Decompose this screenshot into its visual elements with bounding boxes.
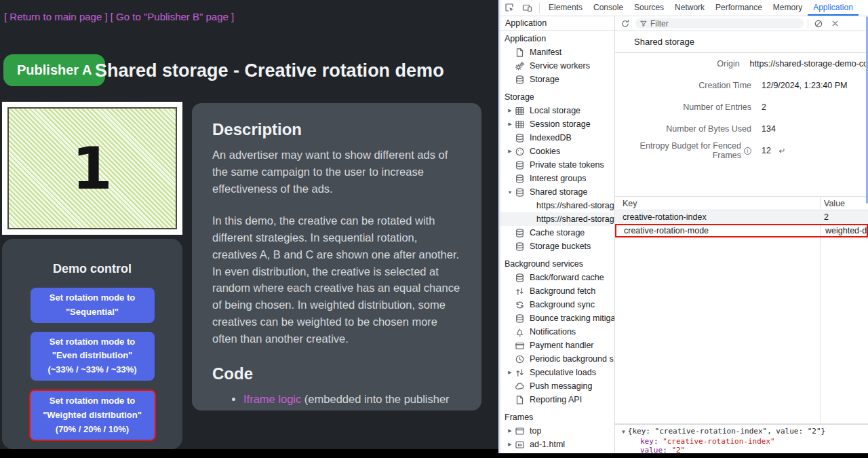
database-icon — [515, 242, 525, 252]
database-icon — [515, 313, 525, 324]
cloud-icon — [515, 381, 525, 392]
refresh-icon[interactable] — [619, 18, 631, 30]
code-title: Code — [212, 364, 461, 383]
description-paragraph-2: In this demo, the creative can be rotate… — [212, 212, 461, 347]
description-title: Description — [212, 120, 461, 139]
shared-storage-heading: Shared storage — [615, 31, 868, 53]
return-to-main-link[interactable]: [ Return to main page ] — [4, 11, 108, 22]
chevron-right-icon[interactable]: ▶ — [506, 442, 514, 447]
devtools-window: Elements Console Sources Network Perform… — [498, 0, 868, 453]
chevron-right-icon[interactable]: ▶ — [506, 121, 514, 127]
sidebar-item-notifications[interactable]: Notifications — [500, 325, 614, 339]
sidebar-item-private-state-tokens[interactable]: Private state tokens — [500, 158, 614, 172]
filter-input[interactable]: Filter — [635, 18, 804, 28]
sidebar-item-background-fetch[interactable]: Background fetch — [500, 284, 614, 298]
sidebar-item-push-messaging[interactable]: Push messaging — [500, 379, 614, 393]
value-column-header[interactable]: Value — [820, 199, 868, 208]
sidebar-item-cache-storage[interactable]: Cache storage — [500, 226, 614, 240]
description-paragraph-1: An advertiser may want to show different… — [212, 147, 461, 197]
sidebar-item-background-sync[interactable]: Background sync — [500, 298, 614, 311]
metadata-view: Origin https://shared-storage-demo-co Cr… — [615, 53, 868, 161]
tab-console[interactable]: Console — [588, 0, 629, 16]
rotation-weighted-distribution-button[interactable]: Set rotation mode to "Weighted distribut… — [29, 389, 156, 441]
database-icon — [515, 187, 525, 197]
key-column-header[interactable]: Key — [615, 199, 820, 208]
section-background-services: Background services — [500, 257, 614, 271]
table-icon — [515, 119, 525, 130]
chevron-right-icon[interactable]: ▶ — [506, 108, 514, 113]
bell-icon — [515, 327, 525, 337]
tab-elements[interactable]: Elements — [543, 0, 588, 16]
description-panel: Description An advertiser may want to sh… — [192, 103, 481, 411]
sidebar-item-local-storage[interactable]: ▶ Local storage — [500, 104, 614, 117]
section-storage: Storage — [500, 90, 614, 104]
iframe-logic-link[interactable]: Iframe logic — [243, 393, 301, 405]
tab-sources[interactable]: Sources — [629, 0, 669, 16]
card-icon — [515, 341, 525, 351]
sync-icon — [515, 300, 525, 310]
filter-placeholder: Filter — [650, 19, 669, 28]
preview-summary: {key: "creative-rotation-index", value: … — [628, 427, 825, 436]
tabbar-separator — [539, 3, 540, 14]
document-icon — [515, 395, 525, 405]
clear-icon[interactable] — [812, 18, 825, 30]
sidebar-item-speculative-loads[interactable]: ▶ Speculative loads — [500, 366, 614, 379]
close-icon[interactable] — [829, 18, 841, 30]
sidebar-item-shared-storage-origin-1[interactable]: https://shared-storage-d... — [500, 199, 614, 212]
gears-icon — [515, 61, 525, 71]
sidebar-item-cookies[interactable]: ▶ Cookies — [500, 145, 614, 158]
tab-performance[interactable]: Performance — [710, 0, 768, 16]
database-icon — [515, 75, 525, 85]
chevron-right-icon[interactable]: ▶ — [506, 149, 514, 154]
tab-network[interactable]: Network — [669, 0, 710, 16]
sidebar-item-payment-handler[interactable]: Payment handler — [500, 339, 614, 352]
publisher-b-link[interactable]: [ Go to "Publisher B" page ] — [111, 11, 234, 22]
sidebar-item-reporting-api[interactable]: Reporting API — [500, 393, 614, 406]
chevron-right-icon[interactable]: ▶ — [506, 428, 514, 434]
sidebar-panel-title: Application — [500, 16, 614, 31]
expand-triangle-icon[interactable]: ▼ — [622, 427, 625, 437]
tab-application[interactable]: Application — [808, 0, 859, 16]
chevron-down-icon[interactable]: ▼ — [506, 190, 514, 195]
sidebar-item-service-workers[interactable]: Service workers — [500, 59, 614, 73]
preview-value-entry: value: "2" — [622, 446, 868, 453]
meta-row-origin: Origin https://shared-storage-demo-co — [615, 53, 868, 75]
sidebar-item-storage-buckets[interactable]: Storage buckets — [500, 240, 614, 253]
sidebar-item-bounce-tracking-mitigations[interactable]: Bounce tracking mitiga... — [500, 311, 614, 325]
storage-items-table: Key Value creative-rotation-index 2 crea… — [615, 196, 868, 424]
sidebar-item-indexeddb[interactable]: IndexedDB — [500, 131, 614, 145]
demo-control-title: Demo control — [2, 239, 182, 276]
table-row-rotation-mode-highlighted[interactable]: creative-rotation-mode weighted-dist — [615, 224, 868, 237]
info-icon[interactable]: i — [744, 147, 751, 155]
meta-row-entropy-budget: Entropy Budget for Fenced Frames i 12 — [615, 140, 868, 161]
table-row-rotation-index[interactable]: creative-rotation-index 2 — [615, 210, 868, 224]
preview-key-entry: key: "creative-rotation-index" — [622, 437, 868, 446]
inspect-element-icon[interactable] — [500, 0, 518, 16]
sidebar-item-manifest[interactable]: Manifest — [500, 45, 614, 59]
rotation-even-distribution-button[interactable]: Set rotation mode to "Even distribution"… — [31, 332, 155, 381]
sidebar-item-back-forward-cache[interactable]: Back/forward cache — [500, 271, 614, 284]
tab-memory[interactable]: Memory — [768, 0, 808, 16]
top-nav: [ Return to main page ] [ Go to "Publish… — [4, 11, 234, 22]
shared-storage-panel: Filter Shared storage Origin https://sha… — [615, 16, 868, 453]
rotation-sequential-button[interactable]: Set rotation mode to "Sequential" — [31, 288, 155, 323]
demo-control-panel: Demo control Set rotation mode to "Seque… — [2, 239, 182, 449]
sidebar-item-periodic-background-sync[interactable]: Periodic background s... — [500, 352, 614, 366]
application-sidebar: Application Application Manifest Service… — [500, 16, 615, 453]
sidebar-item-interest-groups[interactable]: Interest groups — [500, 172, 614, 185]
meta-row-number-of-entries: Number of Entries 2 — [615, 96, 868, 118]
reset-budget-icon[interactable] — [777, 147, 786, 155]
sidebar-item-frame-ad1[interactable]: ▶ ad-1.html — [500, 438, 614, 451]
section-frames: Frames — [500, 411, 614, 424]
sidebar-item-shared-storage-origin-2[interactable]: https://shared-storage-d... — [500, 212, 614, 226]
device-toolbar-icon[interactable] — [518, 0, 536, 16]
creative-ad: 1 — [7, 107, 177, 229]
code-list: Iframe logic (embedded into the publishe… — [212, 391, 461, 411]
chevron-right-icon[interactable]: ▶ — [506, 370, 514, 375]
database-icon — [515, 228, 525, 238]
sidebar-item-shared-storage[interactable]: ▼ Shared storage — [500, 185, 614, 199]
sidebar-item-storage[interactable]: Storage — [500, 73, 614, 86]
sidebar-item-session-storage[interactable]: ▶ Session storage — [500, 117, 614, 131]
database-icon — [515, 133, 525, 143]
sidebar-item-frame-top[interactable]: ▶ top — [500, 424, 614, 438]
